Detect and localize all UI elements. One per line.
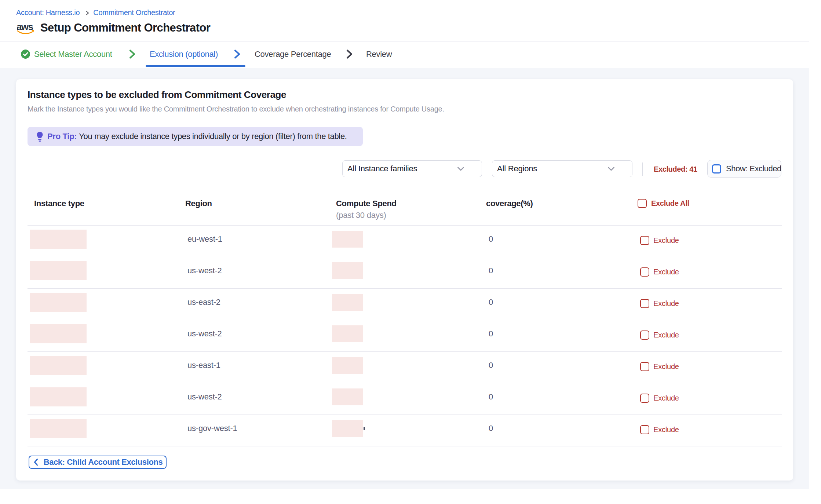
exclude-label: Exclude xyxy=(653,394,679,402)
row-exclude-checkbox[interactable] xyxy=(640,236,649,245)
exclude-label: Exclude xyxy=(653,426,679,434)
step-coverage-percentage[interactable]: Coverage Percentage xyxy=(255,41,331,67)
step-complete-check-icon xyxy=(21,41,30,67)
exclude-label: Exclude xyxy=(653,362,679,371)
row-region: us-west-2 xyxy=(187,329,222,339)
row-exclude-control[interactable]: Exclude xyxy=(640,267,679,277)
row-exclude-control[interactable]: Exclude xyxy=(640,299,679,308)
aws-logo-icon: aws xyxy=(17,23,34,35)
redacted-compute-spend xyxy=(332,231,363,248)
step-chevron-icon xyxy=(346,41,353,67)
pro-tip-text: You may exclude instance types individua… xyxy=(79,132,347,141)
row-coverage: 0 xyxy=(489,266,493,275)
row-exclude-checkbox[interactable] xyxy=(640,394,649,403)
exclude-all-label: Exclude All xyxy=(651,199,689,208)
breadcrumb: Account: Harness.io Commitment Orchestra… xyxy=(16,8,175,17)
row-exclude-checkbox[interactable] xyxy=(640,362,649,371)
row-coverage: 0 xyxy=(489,424,493,433)
row-region: us-west-2 xyxy=(187,392,222,402)
regions-dropdown[interactable]: All Regions xyxy=(492,160,632,177)
redacted-instance-type xyxy=(30,387,87,406)
exclude-all-checkbox[interactable] xyxy=(638,199,647,208)
redacted-compute-spend xyxy=(332,294,363,311)
back-button-label: Back: Child Account Exclusions xyxy=(44,457,163,467)
pro-tip-banner: Pro Tip: You may exclude instance types … xyxy=(28,127,363,146)
redacted-compute-spend xyxy=(332,262,363,279)
bulb-icon xyxy=(37,132,43,142)
step-label: Select Master Account xyxy=(34,50,112,59)
column-header-coverage: coverage(%) xyxy=(486,199,533,208)
redacted-instance-type xyxy=(30,261,87,280)
excluded-count: Excluded: 41 xyxy=(654,165,697,174)
column-header-compute-spend: Compute Spend xyxy=(336,199,397,208)
row-exclude-checkbox[interactable] xyxy=(640,267,649,277)
column-header-region: Region xyxy=(185,199,212,208)
instance-families-dropdown[interactable]: All Instance families xyxy=(342,160,482,177)
row-coverage: 0 xyxy=(489,297,493,307)
table-row: us-west-2 0 Exclude xyxy=(28,257,782,289)
redacted-compute-spend xyxy=(332,325,363,342)
redacted-compute-spend xyxy=(332,357,363,374)
row-region: us-gov-west-1 xyxy=(187,424,237,433)
table-row: us-east-1 0 Exclude xyxy=(28,352,782,383)
pro-tip-label: Pro Tip: xyxy=(47,132,77,141)
step-select-master-account[interactable]: Select Master Account xyxy=(34,41,112,67)
wizard-stepper: Select Master Account Exclusion (optiona… xyxy=(0,41,809,68)
instance-table-body: eu-west-1 0 Exclude us-west-2 0 Exclude xyxy=(28,225,782,446)
table-row: us-west-2 0 Exclude xyxy=(28,320,782,352)
exclusion-card: Instance types to be excluded from Commi… xyxy=(16,79,793,481)
top-header: Account: Harness.io Commitment Orchestra… xyxy=(0,0,809,41)
show-excluded-label: Show: Excluded xyxy=(726,164,781,174)
step-exclusion[interactable]: Exclusion (optional) xyxy=(150,41,218,67)
row-exclude-checkbox[interactable] xyxy=(640,299,649,308)
row-coverage: 0 xyxy=(489,234,493,244)
row-coverage: 0 xyxy=(489,361,493,370)
card-subtitle: Mark the Instance types you would like t… xyxy=(28,105,444,113)
chevron-left-icon xyxy=(33,458,39,466)
row-exclude-control[interactable]: Exclude xyxy=(640,425,679,434)
dropdown-value: All Instance families xyxy=(347,164,417,174)
dropdown-value: All Regions xyxy=(497,164,537,174)
page-title: Setup Commitment Orchestrator xyxy=(40,21,210,34)
card-heading: Instance types to be excluded from Commi… xyxy=(28,89,286,101)
table-row: eu-west-1 0 Exclude xyxy=(28,226,782,257)
title-row: aws Setup Commitment Orchestrator xyxy=(17,20,210,36)
step-chevron-icon xyxy=(128,41,136,67)
active-step-underline xyxy=(146,65,245,67)
exclude-label: Exclude xyxy=(653,331,679,339)
redacted-instance-type xyxy=(30,230,87,249)
table-row: us-gov-west-1 0 Exclude xyxy=(28,415,782,446)
row-exclude-control[interactable]: Exclude xyxy=(640,236,679,245)
chevron-down-icon xyxy=(608,167,614,171)
step-label: Exclusion (optional) xyxy=(150,50,218,59)
row-region: us-east-1 xyxy=(187,361,220,370)
exclude-label: Exclude xyxy=(653,268,679,276)
redacted-compute-spend xyxy=(332,388,363,405)
row-exclude-control[interactable]: Exclude xyxy=(640,330,679,340)
row-exclude-control[interactable]: Exclude xyxy=(640,362,679,371)
breadcrumb-chevron-icon xyxy=(85,10,90,16)
exclude-label: Exclude xyxy=(653,236,679,245)
row-coverage: 0 xyxy=(489,392,493,402)
show-excluded-toggle[interactable]: Show: Excluded xyxy=(707,160,781,178)
row-exclude-control[interactable]: Exclude xyxy=(640,394,679,403)
exclude-all-control[interactable]: Exclude All xyxy=(638,199,689,208)
step-review[interactable]: Review xyxy=(366,41,392,67)
redacted-instance-type xyxy=(30,419,87,438)
back-button[interactable]: Back: Child Account Exclusions xyxy=(29,456,167,469)
breadcrumb-account-link[interactable]: Account: Harness.io xyxy=(16,8,80,17)
column-header-compute-spend-sub: (past 30 days) xyxy=(336,211,386,220)
row-region: us-west-2 xyxy=(187,266,222,275)
row-region: eu-west-1 xyxy=(187,234,222,244)
breadcrumb-page-link[interactable]: Commitment Orchestrator xyxy=(93,8,175,17)
table-row: us-east-2 0 Exclude xyxy=(28,289,782,320)
redacted-instance-type xyxy=(30,356,87,375)
step-label: Coverage Percentage xyxy=(255,50,331,59)
row-exclude-checkbox[interactable] xyxy=(640,330,649,340)
redacted-compute-spend xyxy=(332,420,363,437)
redacted-instance-type xyxy=(30,324,87,343)
exclude-label: Exclude xyxy=(653,299,679,308)
column-header-instance-type: Instance type xyxy=(34,199,84,208)
show-excluded-checkbox[interactable] xyxy=(712,164,721,174)
row-exclude-checkbox[interactable] xyxy=(640,425,649,434)
